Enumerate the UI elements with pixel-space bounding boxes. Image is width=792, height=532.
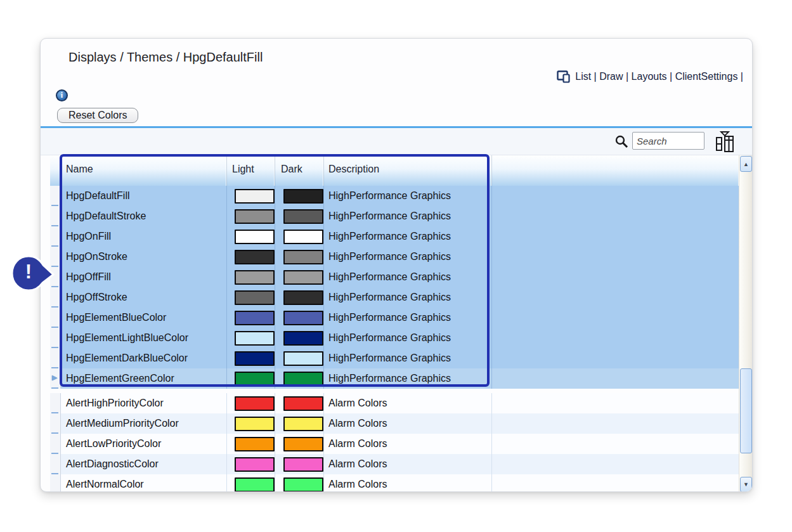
dark-color-cell[interactable] <box>275 434 324 454</box>
column-header-description[interactable]: Description <box>324 155 492 186</box>
row-gutter-cell[interactable]: ▶ <box>50 368 61 389</box>
dark-color-swatch[interactable] <box>283 396 323 411</box>
light-color-cell[interactable] <box>227 328 275 348</box>
row-gutter-cell[interactable] <box>50 413 61 434</box>
light-color-swatch[interactable] <box>235 331 275 346</box>
dark-color-swatch[interactable] <box>283 477 323 492</box>
table-row[interactable]: AlertNormalColorAlarm Colors <box>50 474 739 492</box>
table-row[interactable]: HpgOffFillHighPerformance Graphics <box>50 267 739 287</box>
dark-color-swatch[interactable] <box>283 209 323 224</box>
light-color-cell[interactable] <box>227 287 275 308</box>
table-row[interactable]: AlertHighPriorityColorAlarm Colors <box>50 393 739 413</box>
column-chooser-icon[interactable] <box>714 130 736 153</box>
row-gutter-cell[interactable] <box>50 226 61 247</box>
light-color-swatch[interactable] <box>235 189 275 204</box>
light-color-swatch[interactable] <box>235 372 275 386</box>
reset-colors-button[interactable]: Reset Colors <box>57 108 138 123</box>
light-color-swatch[interactable] <box>235 396 275 411</box>
light-color-cell[interactable] <box>227 413 275 434</box>
light-color-swatch[interactable] <box>235 351 275 366</box>
light-color-cell[interactable] <box>227 454 275 474</box>
row-name-cell[interactable]: HpgOnFill <box>61 226 227 247</box>
dark-color-cell[interactable] <box>275 393 324 413</box>
light-color-cell[interactable] <box>227 206 275 226</box>
table-row[interactable]: HpgElementDarkBlueColorHighPerformance G… <box>50 348 739 368</box>
row-gutter-cell[interactable] <box>50 434 61 454</box>
dark-color-cell[interactable] <box>275 267 324 287</box>
row-name-cell[interactable]: HpgOnStroke <box>61 247 227 267</box>
dark-color-cell[interactable] <box>275 186 324 206</box>
dark-color-swatch[interactable] <box>283 270 323 285</box>
row-name-cell[interactable]: HpgDefaultStroke <box>61 206 227 226</box>
table-row[interactable]: AlertLowPriorityColorAlarm Colors <box>50 434 739 454</box>
dark-color-swatch[interactable] <box>283 372 323 386</box>
row-name-cell[interactable]: HpgDefaultFill <box>61 186 227 206</box>
dark-color-swatch[interactable] <box>283 250 323 264</box>
dark-color-swatch[interactable] <box>283 230 323 244</box>
description-cell[interactable]: Alarm Colors <box>324 434 492 454</box>
search-input[interactable] <box>632 132 704 150</box>
row-name-cell[interactable]: AlertDiagnosticColor <box>61 454 227 474</box>
row-name-cell[interactable]: HpgElementGreenColor <box>61 368 227 389</box>
row-gutter-cell[interactable] <box>50 328 61 348</box>
table-row[interactable]: HpgDefaultStrokeHighPerformance Graphics <box>50 206 739 226</box>
dark-color-swatch[interactable] <box>283 189 323 204</box>
dark-color-swatch[interactable] <box>283 331 323 346</box>
description-cell[interactable]: HighPerformance Graphics <box>324 267 492 287</box>
row-name-cell[interactable]: HpgOffStroke <box>61 287 227 308</box>
dark-color-cell[interactable] <box>275 413 324 434</box>
row-name-cell[interactable]: HpgElementBlueColor <box>61 308 227 328</box>
column-header-dark[interactable]: Dark <box>275 155 324 186</box>
light-color-swatch[interactable] <box>235 311 275 325</box>
description-cell[interactable]: Alarm Colors <box>324 413 492 434</box>
info-icon[interactable]: i <box>56 89 68 101</box>
description-cell[interactable]: HighPerformance Graphics <box>324 186 492 206</box>
dark-color-cell[interactable] <box>275 454 324 474</box>
light-color-cell[interactable] <box>227 186 275 206</box>
description-cell[interactable]: Alarm Colors <box>324 474 492 492</box>
dark-color-swatch[interactable] <box>283 351 323 366</box>
row-gutter-cell[interactable] <box>50 186 61 206</box>
table-row[interactable]: AlertDiagnosticColorAlarm Colors <box>50 454 739 474</box>
description-cell[interactable]: Alarm Colors <box>324 454 492 474</box>
row-gutter-cell[interactable] <box>50 393 61 413</box>
row-name-cell[interactable]: HpgOffFill <box>61 267 227 287</box>
description-cell[interactable]: HighPerformance Graphics <box>324 287 492 308</box>
light-color-swatch[interactable] <box>235 477 275 492</box>
nav-link-draw[interactable]: Draw <box>599 71 623 82</box>
row-name-cell[interactable]: AlertNormalColor <box>61 474 227 492</box>
dark-color-swatch[interactable] <box>283 417 323 431</box>
row-gutter-cell[interactable] <box>50 454 61 474</box>
nav-link-layouts[interactable]: Layouts <box>632 71 667 82</box>
column-header-name[interactable]: Name <box>61 155 227 186</box>
table-row[interactable]: HpgOffStrokeHighPerformance Graphics <box>50 287 739 308</box>
light-color-swatch[interactable] <box>235 270 275 285</box>
row-gutter-cell[interactable] <box>50 308 61 328</box>
description-cell[interactable]: HighPerformance Graphics <box>324 308 492 328</box>
description-cell[interactable]: HighPerformance Graphics <box>324 368 492 389</box>
scroll-up-button[interactable]: ▲ <box>740 156 752 172</box>
description-cell[interactable]: HighPerformance Graphics <box>324 247 492 267</box>
vertical-scrollbar[interactable]: ▲ ▼ <box>739 155 753 492</box>
dark-color-swatch[interactable] <box>283 290 323 305</box>
light-color-cell[interactable] <box>227 308 275 328</box>
light-color-swatch[interactable] <box>235 417 275 431</box>
column-header-light[interactable]: Light <box>227 155 275 186</box>
light-color-cell[interactable] <box>227 393 275 413</box>
dark-color-swatch[interactable] <box>283 437 323 451</box>
description-cell[interactable]: Alarm Colors <box>324 393 492 413</box>
table-row[interactable]: HpgDefaultFillHighPerformance Graphics <box>50 186 739 206</box>
table-row[interactable]: HpgElementLightBlueColorHighPerformance … <box>50 328 739 348</box>
nav-link-clientsettings[interactable]: ClientSettings <box>675 71 738 82</box>
dark-color-swatch[interactable] <box>283 457 323 472</box>
row-name-cell[interactable]: AlertLowPriorityColor <box>61 434 227 454</box>
description-cell[interactable]: HighPerformance Graphics <box>324 206 492 226</box>
dark-color-cell[interactable] <box>275 206 324 226</box>
light-color-cell[interactable] <box>227 368 275 389</box>
dark-color-cell[interactable] <box>275 287 324 308</box>
row-name-cell[interactable]: HpgElementLightBlueColor <box>61 328 227 348</box>
dark-color-cell[interactable] <box>275 474 324 492</box>
light-color-cell[interactable] <box>227 226 275 247</box>
scrollbar-thumb[interactable] <box>740 368 752 453</box>
row-name-cell[interactable]: HpgElementDarkBlueColor <box>61 348 227 368</box>
